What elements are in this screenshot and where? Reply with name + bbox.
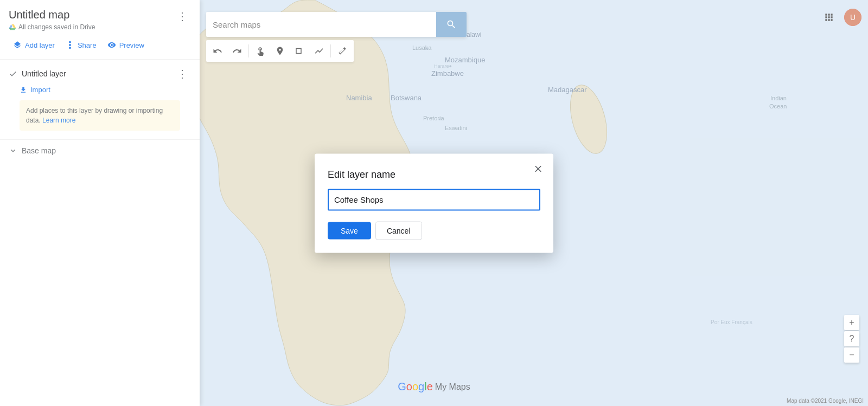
cancel-button[interactable]: Cancel [375,221,422,240]
save-button[interactable]: Save [328,222,371,239]
edit-layer-dialog: Edit layer name Save Cancel [315,153,553,253]
dialog-title: Edit layer name [315,153,553,189]
layer-name-input[interactable] [328,189,540,210]
dialog-close-button[interactable] [529,160,547,177]
dialog-body: Save Cancel [315,189,553,253]
close-icon [533,163,544,174]
dialog-actions: Save Cancel [328,221,540,240]
